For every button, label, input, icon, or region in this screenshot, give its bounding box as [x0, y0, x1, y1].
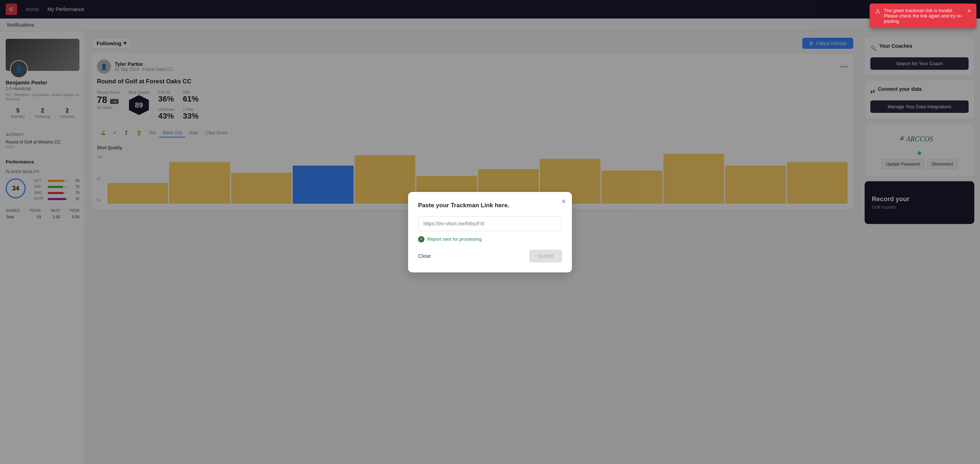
error-toast: ⚠ The given trackman link is invalid. Pl…	[870, 3, 977, 28]
success-text: Report sent for processing	[427, 237, 482, 242]
modal-success-message: ✓ Report sent for processing	[418, 236, 562, 243]
success-check-icon: ✓	[418, 236, 425, 243]
modal-overlay[interactable]: ✕ Paste your Trackman Link here. ✓ Repor…	[0, 0, 980, 464]
modal-footer: Close Submit	[418, 249, 562, 262]
trackman-modal: ✕ Paste your Trackman Link here. ✓ Repor…	[408, 192, 572, 272]
trackman-link-input[interactable]	[418, 216, 562, 231]
toast-close-button[interactable]: ×	[967, 8, 971, 14]
modal-title: Paste your Trackman Link here.	[418, 202, 562, 209]
modal-close-button[interactable]: Close	[418, 250, 431, 262]
modal-submit-button[interactable]: Submit	[529, 249, 562, 262]
warning-icon: ⚠	[875, 8, 880, 14]
toast-message: The given trackman link is invalid. Plea…	[884, 8, 964, 24]
modal-close-icon[interactable]: ✕	[561, 198, 566, 205]
